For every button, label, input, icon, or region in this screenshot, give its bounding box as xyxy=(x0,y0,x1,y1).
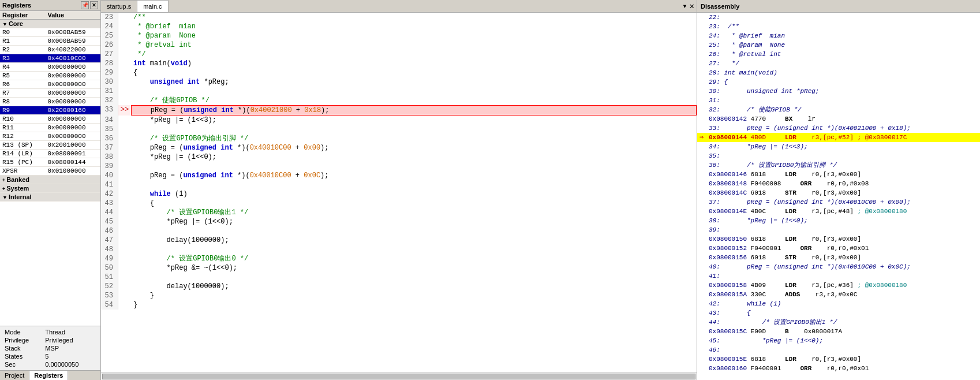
disasm-line[interactable]: 25: * @param None xyxy=(697,40,980,50)
register-row[interactable]: R110x00000000 xyxy=(0,124,100,132)
disasm-line[interactable]: 34: *pReg |= (1<<3); xyxy=(697,142,980,151)
code-line[interactable]: 49 /* 设置GPIOB0输出0 */ xyxy=(101,254,697,263)
tab-dropdown-icon[interactable]: ▾ xyxy=(682,1,687,11)
system-section[interactable]: +System xyxy=(0,184,100,193)
disasm-content[interactable]: 22:23: /**24: * @brief mian25: * @param … xyxy=(697,13,980,380)
disasm-line[interactable]: 44: /* 设置GPIOB0输出1 */ xyxy=(697,318,980,327)
disasm-line[interactable]: 0x08000160 F0400001 ORR r0,r0,#0x01 xyxy=(697,364,980,373)
disasm-line[interactable]: 0x08000148 F0400008 ORR r0,r0,#0x08 xyxy=(697,179,980,188)
disasm-line[interactable]: 0x08000152 F0400001 ORR r0,r0,#0x01 xyxy=(697,244,980,253)
code-scrollbar-h[interactable] xyxy=(101,372,697,380)
disasm-line[interactable]: 0x0800015C E00D B 0x0800017A xyxy=(697,327,980,336)
code-line[interactable]: 30 unsigned int *pReg; xyxy=(101,77,697,87)
scrollbar-thumb[interactable] xyxy=(102,374,695,379)
disasm-line[interactable]: 0x0800014E 4B0C LDR r3,[pc,#48] ; @0x080… xyxy=(697,207,980,216)
banked-section[interactable]: +Banked xyxy=(0,176,100,184)
code-line[interactable]: 42 while (1) xyxy=(101,189,697,199)
disasm-line[interactable]: 31: xyxy=(697,96,980,105)
register-row[interactable]: XPSR0x01000000 xyxy=(0,167,100,176)
code-line[interactable]: 51 xyxy=(101,273,697,282)
disasm-line[interactable]: 0x08000158 4B09 LDR r3,[pc,#36] ; @0x080… xyxy=(697,281,980,290)
disasm-line[interactable]: 0x0800015A 330C ADDS r3,r3,#0x0C xyxy=(697,290,980,299)
disasm-line[interactable]: 24: * @brief mian xyxy=(697,31,980,40)
disasm-line[interactable]: 42: while (1) xyxy=(697,299,980,308)
disasm-line[interactable]: 37: pReg = (unsigned int *)(0x40010C00 +… xyxy=(697,198,980,207)
disasm-line[interactable]: 30: unsigned int *pReg; xyxy=(697,87,980,96)
register-row[interactable]: R30x40010C00 xyxy=(0,54,100,63)
disasm-line[interactable]: 0x08000156 6018 STR r0,[r3,#0x00] xyxy=(697,253,980,262)
disasm-line[interactable]: 29: { xyxy=(697,77,980,87)
disasm-line[interactable]: 26: * @retval int xyxy=(697,50,980,59)
code-line[interactable]: 37 pReg = (unsigned int *)(0x40010C00 + … xyxy=(101,143,697,152)
code-line[interactable]: 29 { xyxy=(101,68,697,77)
disasm-line[interactable]: 39: xyxy=(697,225,980,234)
disasm-line[interactable]: 38: *pReg |= (1<<0); xyxy=(697,216,980,225)
code-line[interactable]: 23 /** xyxy=(101,13,697,22)
disasm-line[interactable]: 27: */ xyxy=(697,59,980,68)
close-panel-icon[interactable]: ✕ xyxy=(90,1,98,9)
disasm-line[interactable]: 35: xyxy=(697,151,980,161)
disasm-line[interactable]: 36: /* 设置GPIOB0为输出引脚 */ xyxy=(697,161,980,170)
code-line[interactable]: 53 } xyxy=(101,291,697,300)
code-line[interactable]: 52 delay(1000000); xyxy=(101,282,697,291)
code-line[interactable]: 33 >> pReg = (unsigned int *)(0x40021000… xyxy=(101,105,697,116)
code-line[interactable]: 34 *pReg |= (1<<3); xyxy=(101,116,697,125)
register-row[interactable]: R50x00000000 xyxy=(0,72,100,80)
internal-section[interactable]: ▼Internal xyxy=(0,193,100,202)
disasm-line[interactable]: 28: int main(void) xyxy=(697,68,980,77)
disasm-line[interactable]: 33: pReg = (unsigned int *)(0x40021000 +… xyxy=(697,124,980,133)
disasm-line[interactable]: 0x0800015E 6818 LDR r0,[r3,#0x00] xyxy=(697,355,980,364)
code-line[interactable]: 26 * @retval int xyxy=(101,40,697,50)
disasm-line[interactable]: ⇒0x08000144 4B0D LDR r3,[pc,#52] ; @0x08… xyxy=(697,133,980,142)
disasm-line[interactable]: 32: /* 使能GPIOB */ xyxy=(697,105,980,114)
disasm-line[interactable]: 46: xyxy=(697,345,980,355)
register-row[interactable]: R14 (LR)0x08000091 xyxy=(0,150,100,158)
disasm-line[interactable]: 0x08000146 6818 LDR r0,[r3,#0x00] xyxy=(697,170,980,179)
register-row[interactable]: R20x40022000 xyxy=(0,46,100,54)
disasm-line[interactable]: 22: xyxy=(697,13,980,22)
register-row[interactable]: R100x00000000 xyxy=(0,115,100,124)
code-line[interactable]: 36 /* 设置GPIOB0为输出引脚 */ xyxy=(101,134,697,143)
code-line[interactable]: 48 xyxy=(101,245,697,254)
code-line[interactable]: 35 xyxy=(101,125,697,134)
code-line[interactable]: 28 int main(void) xyxy=(101,59,697,68)
code-line[interactable]: 47 delay(1000000); xyxy=(101,236,697,245)
register-row[interactable]: R10x000BAB59 xyxy=(0,37,100,46)
code-line[interactable]: 54 } xyxy=(101,300,697,310)
disasm-line[interactable]: 43: { xyxy=(697,308,980,318)
register-row[interactable]: R15 (PC)0x08000144 xyxy=(0,158,100,167)
code-line[interactable]: 41 xyxy=(101,180,697,189)
disasm-line[interactable]: 0x0800014C 6018 STR r0,[r3,#0x00] xyxy=(697,188,980,198)
code-line[interactable]: 27 */ xyxy=(101,50,697,59)
disasm-line[interactable]: 41: xyxy=(697,271,980,281)
pin-icon[interactable]: 📌 xyxy=(81,1,89,9)
code-line[interactable]: 50 *pReg &= ~(1<<0); xyxy=(101,263,697,273)
code-line[interactable]: 45 *pReg |= (1<<0); xyxy=(101,217,697,226)
register-row[interactable]: R13 (SP)0x20010000 xyxy=(0,141,100,150)
register-row[interactable]: R60x00000000 xyxy=(0,80,100,89)
code-line[interactable]: 32 /* 使能GPIOB */ xyxy=(101,96,697,105)
tab-close-icon[interactable]: ✕ xyxy=(690,1,694,11)
tab-startup[interactable]: startup.s xyxy=(101,0,137,12)
code-line[interactable]: 44 /* 设置GPIOB0输出1 */ xyxy=(101,208,697,217)
register-row[interactable]: R70x00000000 xyxy=(0,89,100,98)
code-line[interactable]: 39 xyxy=(101,162,697,171)
code-line[interactable]: 43 { xyxy=(101,199,697,208)
code-content[interactable]: 23 /** 24 * @brief mian 25 * @param None… xyxy=(101,13,697,372)
disasm-line[interactable]: 0x08000142 4770 BX lr xyxy=(697,114,980,124)
register-row[interactable]: R80x00000000 xyxy=(0,98,100,106)
register-row[interactable]: R90x20000160 xyxy=(0,106,100,115)
code-line[interactable]: 25 * @param None xyxy=(101,31,697,40)
register-row[interactable]: R40x00000000 xyxy=(0,63,100,72)
registers-tab[interactable]: Registers xyxy=(29,371,68,380)
code-line[interactable]: 24 * @brief mian xyxy=(101,22,697,31)
tab-main[interactable]: main.c xyxy=(137,0,168,12)
disasm-line[interactable]: 0x08000150 6818 LDR r0,[r3,#0x00] xyxy=(697,234,980,244)
code-line[interactable]: 46 xyxy=(101,226,697,236)
registers-scroll[interactable]: Register Value ▼CoreR00x000BAB59R10x000B… xyxy=(0,11,100,326)
disasm-line[interactable]: 23: /** xyxy=(697,22,980,31)
project-tab[interactable]: Project xyxy=(0,371,29,380)
register-row[interactable]: R00x000BAB59 xyxy=(0,28,100,37)
code-line[interactable]: 31 xyxy=(101,87,697,96)
disasm-line[interactable]: 45: *pReg |= (1<<0); xyxy=(697,336,980,345)
